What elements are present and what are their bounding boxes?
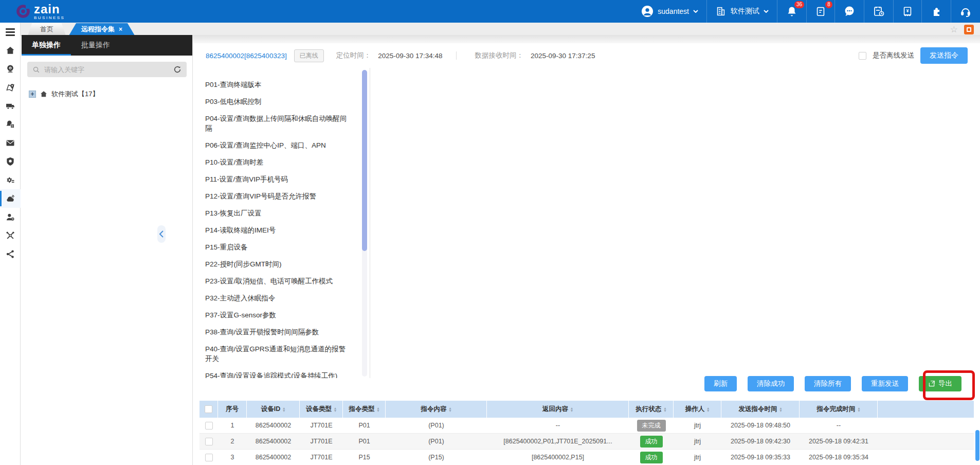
search-input[interactable] (44, 66, 169, 74)
sidebar-item-mail[interactable] (0, 134, 21, 152)
user-gear-icon (5, 212, 15, 222)
sidebar-item-alarms[interactable] (0, 115, 21, 134)
sidebar-item-dispatch[interactable] (0, 226, 21, 245)
sidebar-item-settings[interactable] (0, 171, 21, 189)
column-header-device-type[interactable]: 设备类型▴▾ (300, 401, 343, 418)
sidebar-item-vehicles[interactable] (0, 97, 21, 115)
cell-status: 未完成 (629, 418, 674, 434)
sort-icon[interactable]: ▴▾ (779, 407, 782, 412)
sort-icon[interactable]: ▴▾ (571, 407, 573, 412)
organization-menu[interactable]: 软件测试 (706, 0, 777, 23)
sidebar-item-security[interactable] (0, 152, 21, 171)
column-header-send-time[interactable]: 发送指令时间▴▾ (721, 401, 800, 418)
row-checkbox[interactable] (205, 422, 213, 430)
table-row[interactable]: 38625400002JT701EP15(P15)[8625400002,P15… (199, 450, 974, 465)
row-checkbox[interactable] (205, 454, 213, 461)
column-header-cmd-content[interactable]: 指令内容▴▾ (386, 401, 487, 418)
cell-empty (878, 418, 974, 434)
export-button[interactable]: 导出 (919, 376, 961, 391)
scrollbar-thumb[interactable] (362, 70, 367, 251)
panel-collapse-handle[interactable] (157, 225, 166, 243)
device-tree-panel: 单独操作 批量操作 + 软件测试【17】 (22, 35, 193, 465)
offline-send-checkbox[interactable] (859, 52, 866, 60)
cell-empty (878, 434, 974, 450)
search-icon (32, 66, 40, 74)
favorite-star-icon[interactable]: ☆ (950, 24, 958, 35)
cell-return-content: -- (487, 418, 629, 434)
table-body: 18625400002JT701EP01(P01)--未完成jtrj2025-0… (199, 418, 974, 465)
message-button[interactable]: 8 (806, 0, 834, 23)
command-item[interactable]: P03-低电休眠控制 (205, 93, 349, 110)
select-all-checkbox[interactable] (205, 405, 212, 413)
tab-single-operation[interactable]: 单独操作 (22, 35, 71, 56)
command-item[interactable]: P01-查询终端版本 (205, 76, 349, 93)
command-item[interactable]: P12-设置/查询VIP号码是否允许报警 (205, 188, 349, 205)
menu-toggle-button[interactable] (0, 23, 21, 41)
column-header-exec-status[interactable]: 执行状态▴▾ (629, 401, 674, 418)
tab-remote-command[interactable]: 远程指令集 × (69, 23, 135, 35)
sort-icon[interactable]: ▴▾ (664, 407, 666, 412)
command-list-scrollbar[interactable] (362, 70, 367, 377)
column-label: 发送指令时间 (738, 405, 777, 414)
table-scrollbar-thumb[interactable] (975, 430, 979, 461)
refresh-tree-icon[interactable] (173, 65, 182, 74)
row-checkbox[interactable] (205, 438, 213, 445)
tab-batch-operation-label: 批量操作 (81, 41, 110, 50)
sort-icon[interactable]: ▴▾ (707, 407, 709, 412)
command-item[interactable]: P11-设置/查询VIP手机号码 (205, 171, 349, 188)
fullscreen-icon[interactable] (964, 25, 974, 34)
chevron-down-icon (693, 10, 698, 13)
schedule-button[interactable] (864, 0, 893, 23)
sidebar-item-users[interactable] (0, 208, 21, 226)
column-header-cmd-type[interactable]: 指令类型▴▾ (343, 401, 386, 418)
clear-success-button[interactable]: 清除成功 (748, 376, 794, 391)
command-item[interactable]: P14-读取终端的IMEI号 (205, 222, 349, 239)
sidebar-item-map-tracking[interactable] (0, 78, 21, 97)
sidebar-item-home[interactable] (0, 41, 21, 60)
column-header-device-id[interactable]: 设备ID▴▾ (247, 401, 300, 418)
column-header-operator[interactable]: 操作人▴▾ (674, 401, 721, 418)
sidebar-item-share[interactable] (0, 245, 21, 263)
tab-close-icon[interactable]: × (119, 26, 122, 33)
notification-button[interactable]: 36 (777, 0, 806, 23)
organization-name: 软件测试 (731, 7, 759, 16)
command-item[interactable]: P23-设置/取消短信、电话可唤醒工作模式 (205, 273, 349, 290)
command-item[interactable]: P32-主动进入休眠指令 (205, 290, 349, 307)
column-header-finish-time[interactable]: 指令完成时间▴▾ (800, 401, 878, 418)
tab-home[interactable]: 首页 (28, 23, 66, 35)
table-row[interactable]: 28625400002JT701EP01(P01)[8625400002,P01… (199, 434, 974, 450)
command-item[interactable]: P04-设置/查询数据上传间隔和休眠自动唤醒间隔 (205, 110, 349, 137)
notification-count-badge: 36 (794, 1, 804, 8)
user-menu[interactable]: sudantest (633, 0, 706, 23)
sort-icon[interactable]: ▴▾ (858, 407, 860, 412)
clear-all-button[interactable]: 清除所有 (805, 376, 851, 391)
tree-expand-icon[interactable]: + (29, 91, 36, 98)
sidebar-item-monitoring[interactable] (0, 60, 21, 78)
send-command-button[interactable]: 发送指令 (920, 47, 968, 64)
command-item[interactable]: P54-查询/设置设备追踪模式(设备持续工作) (205, 367, 349, 378)
column-header-return-content[interactable]: 返回内容▴▾ (487, 401, 629, 418)
billing-button[interactable]: ¥ (893, 0, 921, 23)
chat-button[interactable] (834, 0, 864, 23)
command-item[interactable]: P13-恢复出厂设置 (205, 205, 349, 222)
command-item[interactable]: P37-设置G-sensor参数 (205, 307, 349, 324)
table-row[interactable]: 18625400002JT701EP01(P01)--未完成jtrj2025-0… (199, 418, 974, 434)
command-item[interactable]: P22-授时(同步GMT时间) (205, 256, 349, 273)
resend-button[interactable]: 重新发送 (862, 376, 908, 391)
plugin-button[interactable] (921, 0, 951, 23)
command-item[interactable]: P15-重启设备 (205, 239, 349, 256)
sort-icon[interactable]: ▴▾ (449, 407, 451, 412)
sort-icon[interactable]: ▴▾ (334, 407, 336, 412)
device-id-link[interactable]: 8625400002[8625400323] (206, 52, 287, 60)
command-item[interactable]: P06-设置/查询监控中心IP、端口、APN (205, 137, 349, 154)
support-button[interactable] (951, 0, 980, 23)
tab-batch-operation[interactable]: 批量操作 (71, 35, 120, 56)
command-item[interactable]: P38-查询/设置开锁报警时间间隔参数 (205, 324, 349, 341)
sidebar-item-remote-command[interactable] (0, 189, 21, 208)
command-item[interactable]: P40-查询/设置GPRS通道和短消息通道的报警开关 (205, 341, 349, 367)
sort-icon[interactable]: ▴▾ (283, 407, 285, 412)
sort-icon[interactable]: ▴▾ (377, 407, 379, 412)
command-item[interactable]: P10-设置/查询时差 (205, 154, 349, 171)
refresh-button[interactable]: 刷新 (704, 376, 737, 391)
tree-node-group[interactable]: + 软件测试【17】 (22, 82, 192, 99)
